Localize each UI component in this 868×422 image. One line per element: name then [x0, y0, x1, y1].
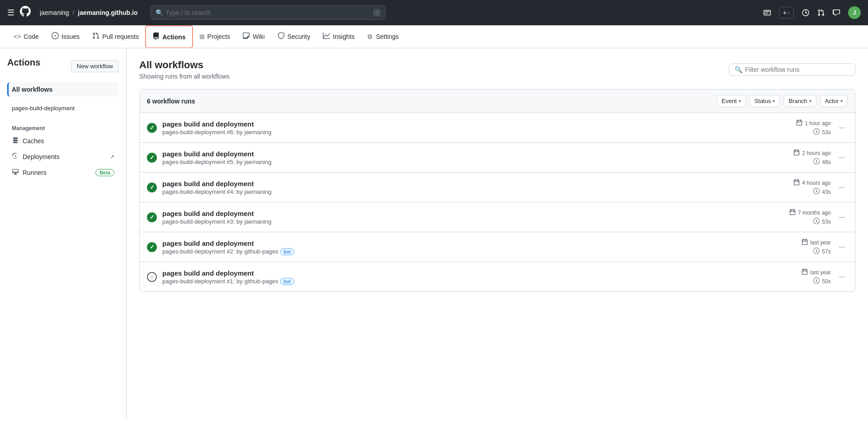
table-row[interactable]: ✓ pages build and deployment pages-build… [140, 113, 855, 143]
workflow-name[interactable]: pages build and deployment [162, 269, 771, 277]
duration-text: 43s [822, 189, 830, 195]
table-row[interactable]: ✓ pages build and deployment pages-build… [140, 202, 855, 232]
sidebar-item-all-workflows[interactable]: All workflows [7, 82, 119, 97]
time-ago-text: last year [810, 269, 830, 276]
more-options-button[interactable]: ··· [836, 211, 848, 223]
more-options-button[interactable]: ··· [836, 122, 848, 134]
more-options-button[interactable]: ··· [836, 241, 848, 253]
sidebar-item-deployments[interactable]: Deployments ↗ [7, 149, 119, 164]
workflow-time-ago: 2 hours ago [793, 149, 830, 157]
more-options-button[interactable]: ··· [836, 182, 848, 193]
workflow-info: pages build and deployment pages-build-d… [162, 150, 771, 165]
sidebar-item-caches[interactable]: Caches [7, 133, 119, 148]
search-bar[interactable]: 🔍 / [151, 5, 386, 20]
workflow-info: pages build and deployment pages-build-d… [162, 269, 771, 285]
workflow-actor-link[interactable]: github-pages [244, 278, 278, 285]
nav-label-settings: Settings [376, 33, 399, 40]
wiki-icon [243, 32, 250, 41]
table-row[interactable]: ✓ pages build and deployment pages-build… [140, 173, 855, 202]
actions-nav-icon [152, 33, 160, 41]
nav-item-issues[interactable]: Issues [45, 26, 86, 48]
workflow-run-link[interactable]: pages-build-deployment #4 [162, 188, 233, 195]
workflow-duration: 50s [813, 277, 830, 285]
workflow-table-header: 6 workflow runs Event ▾ Status ▾ Branch … [140, 89, 855, 113]
repo-name-link[interactable]: jaemaning.github.io [78, 9, 137, 16]
event-filter-button[interactable]: Event ▾ [717, 95, 745, 107]
user-avatar[interactable]: J [848, 6, 861, 19]
nav-item-security[interactable]: Security [271, 26, 317, 48]
table-row[interactable]: ○ pages build and deployment pages-build… [140, 262, 855, 291]
workflow-time: last year 50s [777, 268, 831, 285]
table-row[interactable]: ✓ pages build and deployment pages-build… [140, 232, 855, 262]
workflow-run-link[interactable]: pages-build-deployment #3 [162, 218, 233, 225]
clock-icon [813, 128, 820, 136]
workflow-meta: pages-build-deployment #4: by jaemaning [162, 188, 771, 195]
sidebar-item-pages-build-deployment[interactable]: pages-build-deployment [7, 102, 119, 114]
calendar-icon [796, 119, 802, 127]
workflow-name[interactable]: pages build and deployment [162, 210, 771, 217]
more-options-button[interactable]: ··· [836, 271, 848, 283]
status-success-icon: ✓ [147, 242, 157, 252]
workflow-actor-link[interactable]: jaemaning [244, 129, 271, 136]
top-nav: ☰ jaemaning / jaemaning.github.io 🔍 / + … [0, 0, 868, 25]
workflow-count: 6 workflow runs [147, 98, 195, 105]
workflows-title: All workflows [139, 59, 230, 71]
duration-text: 48s [822, 159, 830, 165]
workflow-name[interactable]: pages build and deployment [162, 150, 771, 158]
workflow-meta: pages-build-deployment #3: by jaemaning [162, 218, 771, 225]
workflow-table: 6 workflow runs Event ▾ Status ▾ Branch … [139, 89, 855, 292]
workflow-run-link[interactable]: pages-build-deployment #1 [162, 278, 233, 285]
workflow-actor-link[interactable]: jaemaning [244, 218, 271, 225]
workflow-actor-link[interactable]: jaemaning [244, 159, 271, 165]
workflow-name[interactable]: pages build and deployment [162, 180, 771, 188]
nav-item-projects[interactable]: ⊞ Projects [193, 27, 237, 47]
runners-beta-badge: Beta [95, 169, 114, 176]
sidebar-title: Actions [7, 57, 40, 68]
workflow-time: 2 hours ago 48s [777, 149, 831, 166]
issues-icon [52, 32, 59, 41]
workflow-time-ago: 7 months ago [789, 209, 831, 216]
table-row[interactable]: ✓ pages build and deployment pages-build… [140, 143, 855, 173]
status-icon[interactable] [802, 9, 809, 16]
github-logo[interactable] [20, 6, 31, 19]
workflow-run-link[interactable]: pages-build-deployment #6 [162, 129, 233, 136]
branch-filter-button[interactable]: Branch ▾ [783, 95, 816, 107]
status-filter-button[interactable]: Status ▾ [750, 95, 780, 107]
create-dropdown-icon: ▾ [788, 10, 790, 15]
new-workflow-button[interactable]: New workflow [71, 60, 119, 72]
hamburger-menu[interactable]: ☰ [7, 8, 14, 18]
nav-item-wiki[interactable]: Wiki [236, 26, 271, 48]
workflow-run-link[interactable]: pages-build-deployment #5 [162, 159, 233, 165]
terminal-icon[interactable] [764, 9, 771, 16]
event-filter-chevron: ▾ [739, 98, 741, 103]
filter-workflow-input[interactable] [745, 66, 849, 73]
workflow-duration: 43s [813, 188, 830, 196]
duration-text: 57s [822, 249, 830, 255]
inbox-icon[interactable] [833, 9, 840, 16]
pull-requests-icon[interactable] [817, 9, 825, 16]
create-new-button[interactable]: + ▾ [779, 7, 794, 19]
search-input[interactable] [166, 9, 371, 16]
repo-owner-link[interactable]: jaemaning [40, 9, 69, 16]
nav-item-settings[interactable]: ⚙ Settings [361, 27, 405, 47]
workflow-actor-link[interactable]: jaemaning [244, 188, 271, 195]
workflow-duration: 53s [813, 128, 830, 136]
workflow-run-link[interactable]: pages-build-deployment #2 [162, 248, 233, 255]
sidebar-item-runners[interactable]: Runners Beta [7, 165, 119, 180]
nav-item-pull-requests[interactable]: Pull requests [86, 26, 145, 48]
deployments-icon [12, 152, 19, 161]
nav-item-code[interactable]: <> Code [7, 27, 45, 47]
workflow-name[interactable]: pages build and deployment [162, 120, 771, 128]
nav-item-actions[interactable]: Actions [145, 25, 193, 48]
path-separator: / [73, 9, 75, 16]
code-icon: <> [14, 33, 21, 40]
clock-icon [813, 158, 820, 166]
workflow-name[interactable]: pages build and deployment [162, 239, 771, 247]
duration-text: 53s [822, 129, 830, 136]
filter-workflow-runs-wrap[interactable]: 🔍 [729, 63, 855, 76]
more-options-button[interactable]: ··· [836, 152, 848, 164]
nav-item-insights[interactable]: Insights [316, 26, 361, 48]
time-ago-text: 1 hour ago [805, 120, 830, 127]
workflow-actor-link[interactable]: github-pages [244, 248, 278, 255]
actor-filter-button[interactable]: Actor ▾ [820, 95, 848, 107]
